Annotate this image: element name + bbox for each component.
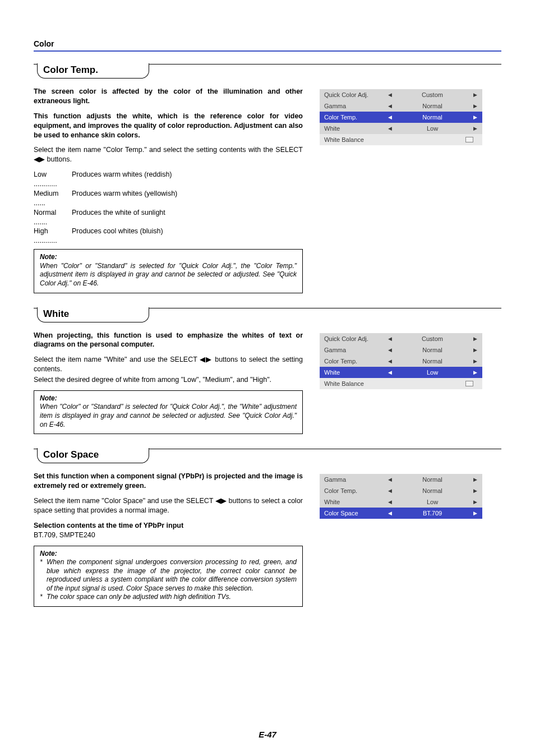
arrow-left-icon[interactable]: ◀ [386, 488, 394, 494]
menu-row-color-space[interactable]: Color Space ◀ BT.709 ▶ [320, 508, 482, 519]
arrow-left-icon[interactable]: ◀ [386, 358, 394, 364]
menu-row-gamma[interactable]: Gamma ◀ Normal ▶ [320, 100, 482, 112]
arrow-left-icon[interactable]: ◀ [386, 347, 394, 353]
arrow-left-icon[interactable]: ◀ [386, 499, 394, 505]
page-category: Color [34, 39, 501, 48]
arrow-left-icon[interactable]: ◀ [386, 103, 394, 109]
menu-color-space: Gamma ◀ Normal ▶ Color Temp. ◀ Normal ▶ … [320, 474, 482, 519]
arrow-right-icon[interactable]: ▶ [471, 347, 479, 353]
menu-white: Quick Color Adj. ◀ Custom ▶ Gamma ◀ Norm… [320, 333, 482, 389]
arrow-right-icon[interactable]: ▶ [471, 477, 479, 482]
manual-page: Color Color Temp. The screen color is af… [0, 0, 535, 756]
arrow-right-icon[interactable]: ▶ [471, 510, 479, 516]
color-space-body: Set this function when a component signa… [34, 472, 303, 607]
menu-row-quick-color-adj[interactable]: Quick Color Adj. ◀ Custom ▶ [320, 333, 482, 344]
arrow-right-icon[interactable]: ▶ [471, 103, 479, 109]
white-body: When projecting, this function is used t… [34, 331, 303, 435]
section-heading-white: White [37, 307, 149, 322]
section-heading-color-space: Color Space [37, 448, 149, 463]
menu-row-gamma[interactable]: Gamma ◀ Normal ▶ [320, 344, 482, 356]
menu-row-white[interactable]: White ◀ Low ▶ [320, 496, 482, 508]
menu-row-gamma[interactable]: Gamma ◀ Normal ▶ [320, 474, 482, 485]
section-heading-color-temp: Color Temp. [37, 63, 149, 79]
arrow-left-icon[interactable]: ◀ [386, 510, 394, 516]
color-temp-intro2: This function adjusts the white, which i… [34, 112, 303, 140]
color-temp-body: The screen color is affected by the colo… [34, 87, 303, 293]
arrow-right-icon[interactable]: ▶ [471, 126, 479, 131]
arrow-right-icon[interactable]: ▶ [471, 92, 479, 98]
white-intro: When projecting, this function is used t… [34, 331, 303, 350]
enter-icon[interactable] [465, 381, 473, 386]
arrow-right-icon[interactable]: ▶ [471, 499, 479, 505]
header-rule [34, 50, 501, 52]
arrow-left-icon[interactable]: ◀ [386, 92, 394, 98]
color-temp-intro1: The screen color is affected by the colo… [34, 87, 303, 106]
white-select2: Select the desired degree of white from … [34, 375, 303, 385]
color-space-note: Note: *When the component signal undergo… [34, 546, 303, 607]
menu-row-white[interactable]: White ◀ Low ▶ [320, 367, 482, 378]
color-space-subval: BT.709, SMPTE240 [34, 531, 303, 540]
arrow-left-icon[interactable]: ◀ [386, 477, 394, 482]
arrow-left-icon[interactable]: ◀ [386, 114, 394, 120]
enter-icon[interactable] [465, 137, 473, 142]
menu-row-white-balance[interactable]: White Balance [320, 378, 482, 389]
arrow-left-icon[interactable]: ◀ [386, 126, 394, 131]
color-space-select: Select the item name "Color Space" and u… [34, 496, 303, 515]
arrow-left-icon[interactable]: ◀ [386, 370, 394, 375]
arrow-right-icon[interactable]: ▶ [471, 114, 479, 120]
menu-row-color-temp[interactable]: Color Temp. ◀ Normal ▶ [320, 485, 482, 496]
white-note: Note: When "Color" or "Standard" is sele… [34, 390, 303, 434]
color-space-subhead: Selection contents at the time of YPbPr … [34, 522, 183, 529]
menu-row-quick-color-adj[interactable]: Quick Color Adj. ◀ Custom ▶ [320, 89, 482, 100]
color-temp-options: Low ............Produces warm whites (re… [34, 170, 303, 246]
menu-color-temp: Quick Color Adj. ◀ Custom ▶ Gamma ◀ Norm… [320, 89, 482, 145]
arrow-right-icon[interactable]: ▶ [471, 336, 479, 342]
white-select1: Select the item name "White" and use the… [34, 355, 303, 374]
menu-row-white-balance[interactable]: White Balance [320, 134, 482, 145]
menu-row-color-temp[interactable]: Color Temp. ◀ Normal ▶ [320, 356, 482, 367]
color-temp-select: Select the item name "Color Temp." and s… [34, 145, 303, 164]
menu-row-color-temp[interactable]: Color Temp. ◀ Normal ▶ [320, 112, 482, 123]
color-temp-note: Note: When "Color" or "Standard" is sele… [34, 249, 303, 293]
menu-row-white[interactable]: White ◀ Low ▶ [320, 123, 482, 134]
arrow-right-icon[interactable]: ▶ [471, 358, 479, 364]
arrow-right-icon[interactable]: ▶ [471, 488, 479, 494]
arrow-right-icon[interactable]: ▶ [471, 370, 479, 375]
color-space-intro: Set this function when a component signa… [34, 472, 303, 491]
page-number: E-47 [0, 730, 535, 739]
arrow-left-icon[interactable]: ◀ [386, 336, 394, 342]
